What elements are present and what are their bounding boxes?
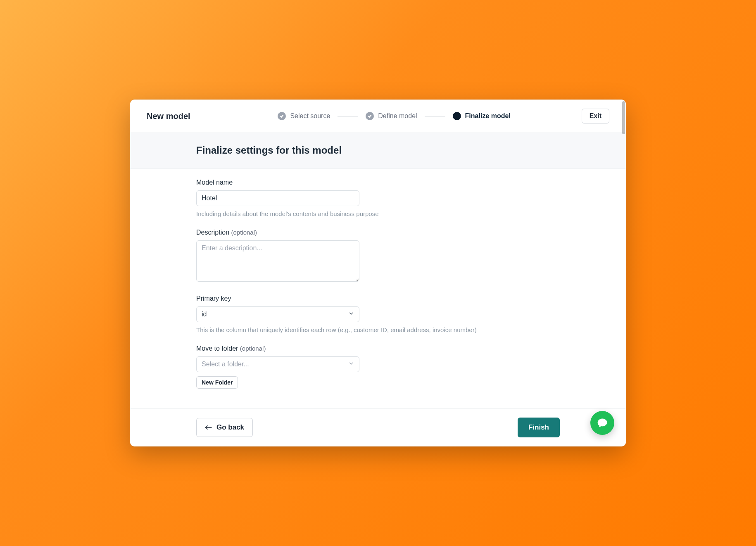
model-name-helper: Including details about the model's cont… — [196, 210, 560, 217]
footer: Go back Finish — [130, 408, 626, 446]
optional-tag: (optional) — [240, 345, 266, 352]
primary-key-label: Primary key — [196, 295, 560, 302]
field-description: Description (optional) — [196, 229, 560, 283]
current-step-icon — [453, 112, 461, 120]
field-primary-key: Primary key id This is the column that u… — [196, 295, 560, 333]
folder-label: Move to folder (optional) — [196, 345, 560, 352]
go-back-label: Go back — [216, 423, 244, 432]
optional-tag: (optional) — [231, 229, 257, 236]
step-divider — [425, 116, 445, 116]
step-indicator: Select source Define model Finalize mode… — [217, 112, 572, 120]
description-label: Description (optional) — [196, 229, 560, 236]
form-area: Model name Including details about the m… — [130, 169, 626, 408]
section-heading: Finalize settings for this model — [196, 145, 560, 156]
field-model-name: Model name Including details about the m… — [196, 179, 560, 217]
primary-key-select[interactable]: id — [196, 306, 359, 322]
description-textarea[interactable] — [196, 240, 359, 282]
page-title: New model — [147, 112, 190, 121]
field-folder: Move to folder (optional) Select a folde… — [196, 345, 560, 389]
header: New model Select source Define model Fin… — [130, 100, 626, 133]
step-label: Finalize model — [465, 112, 511, 120]
step-define-model: Define model — [366, 112, 417, 120]
model-name-input[interactable] — [196, 190, 359, 206]
scrollbar[interactable] — [622, 101, 625, 134]
check-icon — [366, 112, 374, 120]
go-back-button[interactable]: Go back — [196, 418, 253, 437]
exit-button[interactable]: Exit — [582, 109, 609, 123]
step-label: Select source — [290, 112, 330, 120]
step-label: Define model — [378, 112, 417, 120]
chat-icon — [597, 417, 608, 429]
primary-key-helper: This is the column that uniquely identif… — [196, 326, 560, 333]
finish-button[interactable]: Finish — [518, 418, 560, 437]
check-icon — [278, 112, 286, 120]
model-name-label: Model name — [196, 179, 560, 186]
folder-select[interactable]: Select a folder... — [196, 356, 359, 372]
arrow-left-icon — [205, 425, 212, 430]
step-select-source: Select source — [278, 112, 330, 120]
folder-label-text: Move to folder — [196, 345, 238, 352]
modal-window: New model Select source Define model Fin… — [130, 100, 626, 446]
subheader: Finalize settings for this model — [130, 133, 626, 169]
step-finalize-model: Finalize model — [453, 112, 511, 120]
new-folder-button[interactable]: New Folder — [196, 376, 238, 389]
chat-launcher-button[interactable] — [590, 411, 614, 435]
description-label-text: Description — [196, 229, 229, 236]
step-divider — [338, 116, 358, 116]
